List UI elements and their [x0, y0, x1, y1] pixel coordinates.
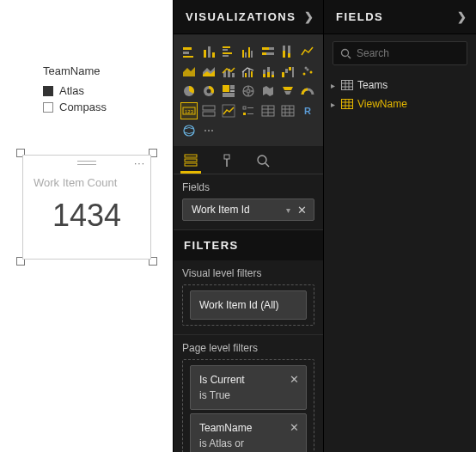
fields-header[interactable]: FIELDS ❯: [324, 0, 476, 34]
svg-point-48: [207, 89, 211, 94]
slicer-icon[interactable]: [240, 102, 257, 119]
pie-chart-icon[interactable]: [180, 82, 198, 100]
chevron-down-icon[interactable]: ▾: [286, 205, 290, 215]
table-icon[interactable]: [259, 102, 277, 119]
svg-rect-3: [204, 50, 206, 58]
stacked-area-chart-icon[interactable]: [200, 63, 217, 80]
fields-well-label: Fields: [182, 181, 314, 193]
svg-rect-13: [251, 51, 253, 58]
svg-rect-61: [243, 107, 246, 109]
filter-item-text: Work Item Id (All): [199, 299, 278, 311]
svg-rect-79: [185, 163, 197, 166]
svg-rect-30: [248, 69, 250, 77]
format-tab-icon[interactable]: [217, 153, 237, 174]
svg-rect-78: [185, 159, 197, 162]
visualization-gallery: 123 R ⋯: [174, 34, 323, 146]
filter-item[interactable]: Is Current is True ✕: [190, 365, 307, 410]
line-chart-icon[interactable]: [299, 43, 316, 60]
table-label: Teams: [357, 79, 388, 91]
scatter-chart-icon[interactable]: [299, 63, 316, 80]
line-clustered-column-icon[interactable]: [240, 63, 257, 80]
arcgis-map-icon[interactable]: [180, 122, 198, 139]
slicer-item[interactable]: Compass: [43, 101, 107, 113]
svg-text:⋯: ⋯: [204, 125, 214, 137]
table-node-viewname[interactable]: ▸ ViewName: [331, 95, 469, 113]
filter-item[interactable]: Work Item Id (All): [190, 290, 307, 320]
multi-row-card-icon[interactable]: [200, 102, 217, 119]
matrix-icon[interactable]: [279, 102, 296, 119]
slicer-item[interactable]: Atlas: [43, 84, 107, 97]
chevron-right-icon[interactable]: ❯: [457, 10, 468, 23]
svg-rect-51: [230, 90, 235, 92]
donut-chart-icon[interactable]: [200, 82, 217, 100]
line-stacked-column-icon[interactable]: [220, 63, 237, 80]
r-visual-icon[interactable]: R: [299, 102, 316, 119]
treemap-icon[interactable]: [220, 82, 237, 100]
visual-filters-section: Visual level filters Work Item Id (All): [174, 260, 323, 335]
import-custom-visual-icon[interactable]: ⋯: [200, 122, 217, 139]
svg-rect-1: [183, 52, 189, 54]
table-icon: [341, 80, 353, 90]
clustered-bar-chart-icon[interactable]: [220, 43, 237, 60]
caret-right-icon: ▸: [331, 81, 341, 90]
fields-well-section: Fields Work Item Id ▾ ✕: [174, 174, 323, 230]
drag-handle-icon[interactable]: [77, 161, 96, 165]
svg-rect-91: [342, 100, 353, 109]
kpi-icon[interactable]: [220, 102, 237, 119]
visualizations-header[interactable]: VISUALIZATIONS ❯: [174, 0, 323, 34]
filled-map-icon[interactable]: [259, 82, 277, 100]
svg-rect-5: [212, 52, 215, 58]
waterfall-chart-icon[interactable]: [279, 63, 296, 80]
report-canvas: TeamName Atlas Compass ··· Work Item Cou…: [0, 0, 173, 452]
table-label: ViewName: [357, 98, 407, 110]
card-visual-selection[interactable]: ··· Work Item Count 1434: [19, 151, 155, 263]
svg-point-44: [310, 71, 313, 74]
gauge-icon[interactable]: [299, 82, 316, 100]
card-header[interactable]: ···: [23, 156, 150, 169]
visual-filters-label: Visual level filters: [182, 267, 314, 279]
page-filters-dropzone[interactable]: Is Current is True ✕ TeamName is Atlas o…: [182, 359, 314, 452]
analytics-tab-icon[interactable]: [253, 153, 273, 174]
card-icon[interactable]: 123: [180, 102, 198, 119]
search-input-wrap[interactable]: [333, 41, 467, 65]
svg-rect-6: [223, 46, 230, 48]
checkbox-checked-icon[interactable]: [43, 86, 53, 96]
fields-header-label: FIELDS: [336, 10, 383, 23]
remove-filter-icon[interactable]: ✕: [290, 371, 299, 388]
stacked-bar-chart-icon[interactable]: [180, 43, 198, 60]
stacked-column-chart-icon[interactable]: [200, 43, 217, 60]
filter-condition: is True: [199, 388, 289, 403]
more-options-icon[interactable]: ···: [134, 157, 145, 169]
ribbon-chart-icon[interactable]: [259, 63, 277, 80]
visual-filters-dropzone[interactable]: Work Item Id (All): [182, 284, 314, 326]
svg-rect-50: [230, 85, 235, 89]
hundred-stacked-column-icon[interactable]: [279, 43, 296, 60]
svg-text:123: 123: [185, 109, 194, 114]
remove-filter-icon[interactable]: ✕: [290, 419, 299, 437]
card-value: 1434: [23, 191, 150, 234]
checkbox-unchecked-icon[interactable]: [43, 102, 53, 113]
funnel-icon[interactable]: [279, 82, 296, 100]
svg-rect-21: [288, 53, 290, 58]
search-input[interactable]: [357, 47, 476, 59]
slicer-visual[interactable]: TeamName Atlas Compass: [43, 64, 107, 117]
format-tabs: [174, 146, 323, 174]
area-chart-icon[interactable]: [180, 63, 198, 80]
filter-item[interactable]: TeamName is Atlas or Compass ✕: [190, 413, 307, 452]
svg-rect-59: [203, 112, 215, 116]
map-icon[interactable]: [240, 82, 257, 100]
svg-point-84: [342, 49, 349, 56]
field-pill[interactable]: Work Item Id ▾ ✕: [182, 199, 314, 221]
slicer-title: TeamName: [43, 64, 107, 77]
clustered-column-chart-icon[interactable]: [240, 43, 257, 60]
chevron-right-icon[interactable]: ❯: [304, 10, 315, 23]
card-visual[interactable]: ··· Work Item Count 1434: [22, 155, 151, 260]
remove-field-icon[interactable]: ✕: [296, 204, 308, 217]
hundred-stacked-bar-icon[interactable]: [259, 43, 277, 60]
table-node-teams[interactable]: ▸ Teams: [331, 76, 469, 95]
card-title: Work Item Count: [23, 169, 150, 191]
svg-line-83: [265, 163, 269, 167]
fields-tab-icon[interactable]: [180, 153, 201, 174]
visualizations-pane: VISUALIZATIONS ❯: [173, 0, 323, 452]
svg-rect-40: [289, 67, 291, 70]
